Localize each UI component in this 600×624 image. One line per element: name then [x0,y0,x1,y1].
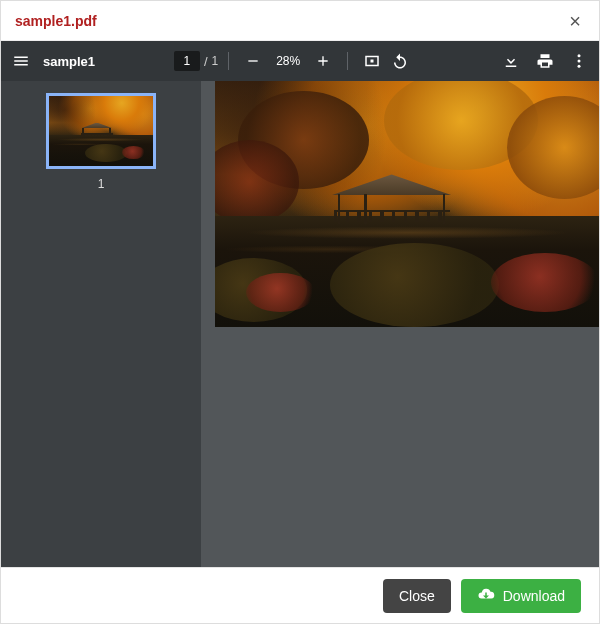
toolbar-divider-1 [228,52,229,70]
page-separator: / [204,54,208,69]
svg-point-1 [578,60,581,63]
pdf-viewer: sample1 / 1 28% [1,41,599,567]
pdf-preview-modal: sample1.pdf × sample1 / 1 28% [0,0,600,624]
close-icon[interactable]: × [565,7,585,35]
page-image [215,81,599,327]
page-total: 1 [212,54,219,68]
close-button[interactable]: Close [383,579,451,613]
close-button-label: Close [399,588,435,604]
zoom-in-icon[interactable] [309,47,337,75]
cloud-download-icon [477,585,495,606]
modal-header: sample1.pdf × [1,1,599,41]
document-name: sample1 [43,54,95,69]
toolbar-divider-2 [347,52,348,70]
zoom-out-icon[interactable] [239,47,267,75]
thumbnail-panel: 1 [1,81,201,567]
download-icon[interactable] [497,47,525,75]
thumbnail-page-number: 1 [98,177,105,191]
viewer-content: 1 [1,81,599,567]
menu-icon[interactable] [7,47,35,75]
viewer-toolbar: sample1 / 1 28% [1,41,599,81]
modal-title: sample1.pdf [15,13,97,29]
print-icon[interactable] [531,47,559,75]
thumbnail-page-1[interactable] [46,93,156,169]
thumbnail-image [49,96,153,166]
rotate-icon[interactable] [386,47,414,75]
toolbar-right-group [497,47,593,75]
page-number-input[interactable] [174,51,200,71]
zoom-level: 28% [273,54,303,68]
svg-point-2 [578,65,581,68]
page-area[interactable] [201,81,599,567]
modal-footer: Close Download [1,567,599,623]
fit-to-page-icon[interactable] [358,47,386,75]
download-button-label: Download [503,588,565,604]
svg-point-0 [578,54,581,57]
download-button[interactable]: Download [461,579,581,613]
more-icon[interactable] [565,47,593,75]
page-1 [215,81,599,327]
